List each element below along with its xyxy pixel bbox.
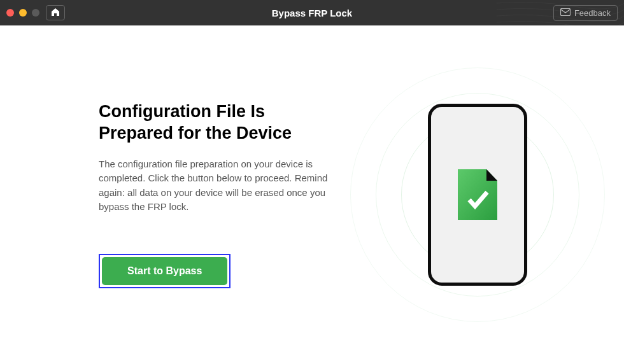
home-icon [50,8,60,18]
home-button[interactable] [46,5,65,20]
page-description: The configuration file preparation on yo… [99,157,328,214]
mail-icon [560,8,571,18]
feedback-button[interactable]: Feedback [553,5,618,21]
minimize-window-button[interactable] [19,9,27,17]
text-column: Configuration File Is Prepared for the D… [32,101,363,288]
phone-illustration [428,104,527,286]
window-controls [6,9,39,17]
feedback-label: Feedback [574,8,611,18]
main-content: Configuration File Is Prepared for the D… [0,25,624,364]
close-window-button[interactable] [6,9,14,17]
titlebar: Bypass FRP Lock Feedback [0,0,624,25]
illustration-column [363,25,592,364]
maximize-window-button[interactable] [32,9,39,17]
action-focus-ring: Start to Bypass [99,254,230,288]
page-heading: Configuration File Is Prepared for the D… [99,101,337,144]
start-bypass-button[interactable]: Start to Bypass [102,257,227,285]
window-title: Bypass FRP Lock [272,8,352,18]
svg-rect-0 [560,8,570,15]
config-file-icon [458,169,497,220]
